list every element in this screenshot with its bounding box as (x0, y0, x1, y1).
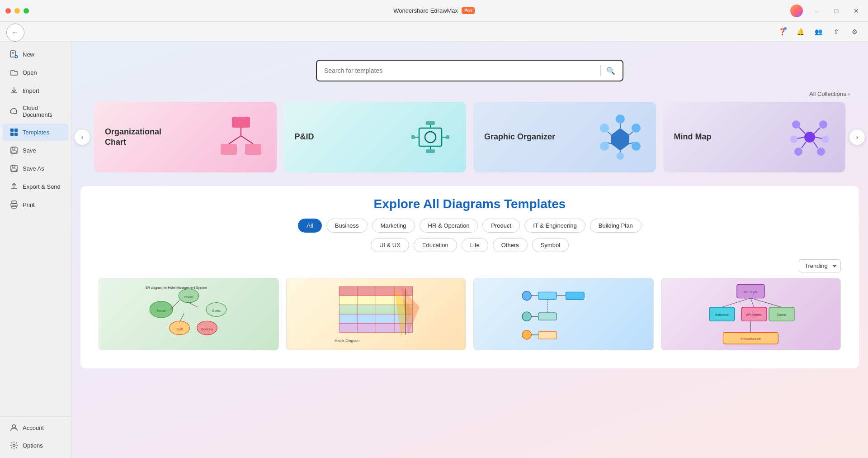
svg-point-51 (804, 132, 815, 143)
sidebar-item-templates[interactable]: Templates (3, 124, 68, 141)
filter-btn-others[interactable]: Others (493, 238, 528, 252)
svg-point-99 (522, 330, 531, 339)
main-layout: New Open Import Cloud Documents Template… (0, 42, 868, 458)
carousel-prev-button[interactable]: ‹ (74, 129, 90, 145)
sidebar-item-options-label: Options (23, 442, 43, 449)
sidebar-item-open[interactable]: Open (3, 64, 68, 81)
svg-text:Guest: Guest (212, 309, 221, 313)
back-button[interactable]: ← (6, 24, 24, 42)
template-card-img-4: UI Layer Database API Server Cache Infra… (661, 278, 841, 350)
filter-btn-all[interactable]: All (298, 219, 321, 233)
template-card-2[interactable]: Matrix Diagram (286, 278, 467, 350)
template-card-3[interactable] (473, 278, 654, 350)
svg-line-61 (815, 137, 822, 138)
template-card-4[interactable]: UI Layer Database API Server Cache Infra… (661, 278, 841, 350)
content-area: 🔍 All Collections › ‹ Organizational Cha… (71, 42, 868, 458)
open-icon (10, 68, 18, 76)
filter-btn-ui[interactable]: UI & UX (371, 238, 409, 252)
filter-btn-marketing[interactable]: Marketing (372, 219, 415, 233)
carousel-area: ‹ Organizational Chart (71, 102, 868, 172)
svg-line-46 (629, 132, 633, 135)
new-icon (10, 50, 18, 58)
collections-row: All Collections › (71, 91, 868, 102)
svg-line-75 (189, 303, 198, 307)
app-title-area: Wondershare EdrawMax Pro (393, 7, 475, 14)
close-button[interactable]: ✕ (850, 5, 863, 17)
filter-btn-it[interactable]: IT & Engineering (524, 219, 585, 233)
community-button[interactable]: 👥 (812, 25, 825, 38)
filter-btn-symbol[interactable]: Symbol (532, 238, 569, 252)
title-bar-right[interactable]: − □ ✕ (790, 5, 863, 17)
svg-point-40 (632, 124, 641, 133)
svg-text:UI Layer: UI Layer (744, 290, 758, 294)
svg-rect-96 (538, 313, 557, 320)
template-card-img-3 (474, 278, 653, 350)
sidebar-bottom: Account Options (0, 416, 71, 454)
explore-title-highlight: All Diagrams Templates (423, 197, 566, 211)
traffic-light-1 (5, 8, 11, 14)
org-chart-icon (216, 112, 266, 162)
search-area: 🔍 (71, 42, 868, 91)
settings-button[interactable]: ⚙ (848, 25, 861, 38)
carousel-card-mind-map[interactable]: Mind Map (663, 102, 846, 172)
toolbar-row: ← ❓ 🔔 👥 ⇧ ⚙ (0, 22, 868, 42)
filter-btn-product[interactable]: Product (482, 219, 520, 233)
minimize-button[interactable]: − (810, 5, 823, 17)
graphic-organizer-label: Graphic Organizer (484, 132, 555, 142)
sidebar-item-cloud[interactable]: Cloud Documents (3, 100, 68, 123)
sidebar-item-saveas[interactable]: Save As (3, 160, 68, 177)
notifications-button[interactable]: 🔔 (794, 25, 807, 38)
import-icon (10, 86, 18, 95)
svg-text:Room: Room (184, 295, 193, 299)
svg-line-63 (813, 142, 818, 148)
carousel-card-graphic-organizer[interactable]: Graphic Organizer (473, 102, 656, 172)
search-input[interactable] (324, 67, 595, 74)
sidebar-item-save-label: Save (23, 147, 36, 154)
svg-line-113 (751, 298, 754, 307)
filter-btn-hr[interactable]: HR & Operation (420, 219, 478, 233)
svg-line-62 (802, 142, 806, 148)
svg-rect-28 (419, 128, 442, 146)
sidebar-item-import[interactable]: Import (3, 82, 68, 99)
svg-point-55 (822, 136, 829, 143)
template-card-1[interactable]: Hotel Room Guest Staff Booking (99, 278, 279, 350)
filter-btn-education[interactable]: Education (414, 238, 457, 252)
user-avatar[interactable] (790, 5, 803, 17)
svg-point-53 (819, 120, 827, 129)
filter-btn-building[interactable]: Building Plan (590, 219, 642, 233)
svg-point-54 (790, 136, 797, 143)
svg-rect-34 (426, 121, 435, 125)
account-icon (10, 424, 18, 432)
sidebar-item-print[interactable]: Print (3, 196, 68, 213)
search-box: 🔍 (316, 60, 623, 81)
sidebar-item-account[interactable]: Account (3, 419, 68, 436)
all-collections-link[interactable]: All Collections › (809, 91, 850, 97)
sidebar-item-export[interactable]: Export & Send (3, 178, 68, 195)
share-button[interactable]: ⇧ (830, 25, 843, 38)
templates-icon (10, 128, 18, 136)
svg-rect-15 (12, 169, 16, 171)
sidebar-item-save[interactable]: Save (3, 142, 68, 159)
maximize-button[interactable]: □ (830, 5, 843, 17)
sidebar-spacer (0, 214, 71, 416)
filter-btn-life[interactable]: Life (462, 238, 488, 252)
svg-rect-9 (14, 133, 18, 136)
carousel-card-org-chart[interactable]: Organizational Chart (94, 102, 277, 172)
sidebar-item-new[interactable]: New (3, 46, 68, 63)
help-button[interactable]: ❓ (776, 25, 788, 38)
svg-line-58 (799, 128, 805, 134)
svg-rect-35 (426, 149, 435, 153)
filter-row-2: UI & UX Education Life Others Symbol (99, 238, 841, 252)
filter-btn-business[interactable]: Business (326, 219, 368, 233)
sidebar-item-options[interactable]: Options (3, 437, 68, 454)
search-button[interactable]: 🔍 (606, 67, 615, 75)
print-icon (10, 200, 18, 209)
svg-rect-16 (12, 201, 16, 204)
svg-text:Matrix Diagram: Matrix Diagram (335, 339, 359, 343)
carousel-next-button[interactable]: › (849, 129, 865, 145)
svg-text:Cache: Cache (777, 313, 787, 317)
svg-marker-38 (611, 128, 629, 151)
sort-select[interactable]: Trending Newest Popular (799, 259, 841, 272)
svg-point-52 (792, 120, 800, 129)
carousel-card-pid[interactable]: P&ID (284, 102, 467, 172)
